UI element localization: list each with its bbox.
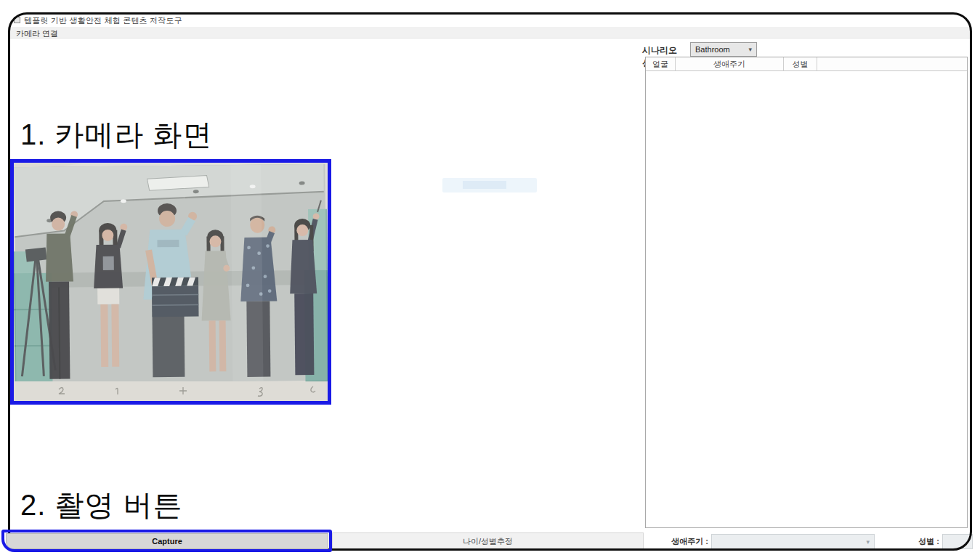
app-window: 템플릿 기반 생활안전 체험 콘텐츠 저작도구 카메라 연결 1. 카메라 화면 xyxy=(0,0,980,555)
gender-label: 성별 : xyxy=(901,536,939,547)
estimate-age-gender-button[interactable]: 나이/성별추정 xyxy=(332,532,644,551)
capture-button[interactable]: Capture xyxy=(6,533,328,549)
faces-table: 얼굴 생애주기 성별 xyxy=(645,57,968,528)
faces-table-header: 얼굴 생애주기 성별 xyxy=(646,57,967,71)
app-icon xyxy=(14,17,20,23)
column-header-empty xyxy=(817,57,967,70)
column-header-lifecycle: 생애주기 xyxy=(676,57,784,70)
column-header-gender: 성별 xyxy=(784,57,817,70)
scenario-selected-value: Bathroom xyxy=(695,45,730,54)
chevron-down-icon: ▾ xyxy=(866,538,870,546)
scenario-select[interactable]: Bathroom ▾ xyxy=(690,42,757,57)
gender-value xyxy=(943,538,946,546)
menu-item-camera-connect[interactable]: 카메라 연결 xyxy=(12,28,62,40)
chevron-down-icon: ▾ xyxy=(748,46,752,53)
window-title: 템플릿 기반 생활안전 체험 콘텐츠 저작도구 xyxy=(24,15,182,26)
camera-view xyxy=(10,159,331,405)
menubar: 카메라 연결 xyxy=(9,27,971,39)
faint-overlay xyxy=(442,178,537,193)
lifecycle-select[interactable]: ▾ xyxy=(711,534,875,549)
faces-table-body xyxy=(646,71,967,527)
column-header-face: 얼굴 xyxy=(646,57,676,70)
lifecycle-label: 생애주기 : xyxy=(636,536,708,547)
camera-photo xyxy=(14,163,328,401)
step2-annotation-label: 2. 촬영 버튼 xyxy=(20,485,183,525)
gender-select[interactable] xyxy=(942,534,973,549)
step1-annotation-label: 1. 카메라 화면 xyxy=(20,115,213,155)
